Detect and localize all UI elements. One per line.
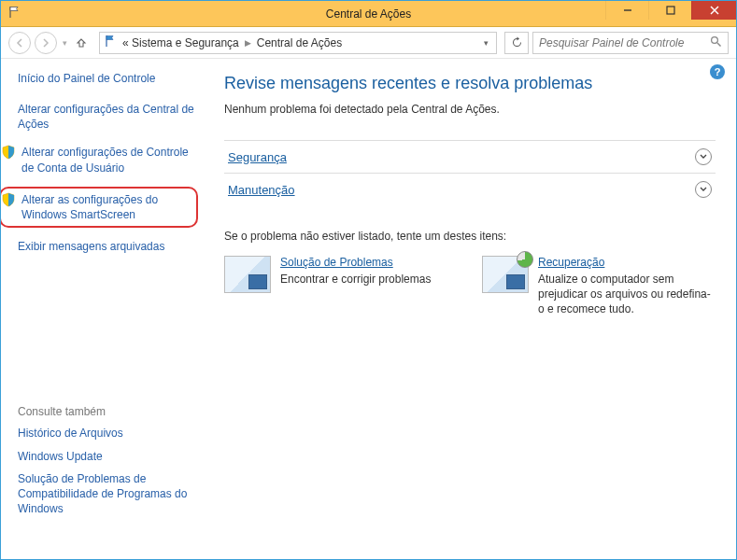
try-heading: Se o problema não estiver listado, tente… — [224, 230, 716, 243]
sidebar-item-archived-messages[interactable]: Exibir mensagens arquivadas — [18, 237, 194, 256]
see-also-link[interactable]: Solução de Problemas de Compatibilidade … — [18, 471, 194, 517]
breadcrumb-separator-icon: ▶ — [245, 38, 251, 48]
section-label: Manutenção — [228, 183, 295, 197]
sidebar-item-smartscreen-settings[interactable]: Alterar as configurações do Windows Smar… — [0, 187, 198, 228]
navbar: ▾ « Sistema e Segurança ▶ Central de Açõ… — [1, 27, 736, 59]
page-heading: Revise mensagens recentes e resolva prob… — [224, 74, 716, 93]
see-also-link[interactable]: Histórico de Arquivos — [18, 426, 194, 441]
card-desc: Encontrar e corrigir problemas — [280, 272, 431, 287]
search-input[interactable] — [539, 36, 710, 49]
history-dropdown-icon[interactable]: ▾ — [63, 38, 67, 48]
shield-icon — [1, 145, 16, 160]
address-dropdown-icon[interactable]: ▾ — [480, 38, 492, 48]
card-recovery: Recuperação Atualize o computador sem pr… — [482, 256, 716, 317]
control-panel-home-link[interactable]: Início do Painel de Controle — [18, 72, 194, 85]
refresh-button[interactable] — [504, 32, 529, 54]
svg-line-5 — [717, 43, 721, 47]
flag-icon — [104, 35, 117, 50]
section-security[interactable]: Segurança — [224, 140, 716, 173]
content: Início do Painel de Controle Alterar con… — [1, 59, 736, 559]
monitor-recovery-icon — [482, 256, 529, 293]
search-icon — [710, 35, 722, 50]
sidebar: Início do Painel de Controle Alterar con… — [1, 59, 204, 559]
see-also-link[interactable]: Windows Update — [18, 449, 194, 464]
sidebar-item-uac-settings[interactable]: Alterar configurações de Controle de Con… — [18, 143, 194, 176]
sidebar-item-label: Alterar as configurações do Windows Smar… — [21, 192, 191, 222]
card-link[interactable]: Solução de Problemas — [280, 256, 393, 269]
minimize-button[interactable] — [605, 1, 648, 20]
cards: Solução de Problemas Encontrar e corrigi… — [224, 256, 716, 317]
section-label: Segurança — [228, 150, 287, 164]
chevron-down-icon[interactable] — [695, 148, 712, 165]
window-buttons — [605, 1, 736, 20]
card-link[interactable]: Recuperação — [538, 256, 604, 269]
help-icon[interactable]: ? — [710, 64, 725, 79]
chevron-down-icon[interactable] — [695, 181, 712, 198]
titlebar: Central de Ações — [1, 1, 736, 27]
see-also: Histórico de Arquivos Windows Update Sol… — [18, 426, 194, 516]
monitor-icon — [224, 256, 271, 293]
back-button[interactable] — [8, 32, 31, 54]
main-panel: ? Revise mensagens recentes e resolva pr… — [204, 59, 736, 559]
breadcrumb-segment[interactable]: « Sistema e Segurança — [122, 36, 239, 49]
card-desc: Atualize o computador sem prejudicar os … — [538, 272, 716, 317]
sidebar-item-label: Alterar configurações de Controle de Con… — [21, 145, 194, 175]
page-subtext: Nenhum problema foi detectado pela Centr… — [224, 103, 716, 116]
sidebar-item-label: Alterar configurações da Central de Açõe… — [18, 102, 194, 132]
card-troubleshooting: Solução de Problemas Encontrar e corrigi… — [224, 256, 458, 317]
breadcrumb-segment[interactable]: Central de Ações — [257, 36, 342, 49]
address-bar[interactable]: « Sistema e Segurança ▶ Central de Ações… — [99, 32, 497, 54]
close-button[interactable] — [691, 1, 736, 20]
maximize-button[interactable] — [648, 1, 691, 20]
up-button[interactable] — [71, 33, 92, 53]
sidebar-item-label: Exibir mensagens arquivadas — [18, 239, 164, 254]
see-also-heading: Consulte também — [18, 405, 194, 418]
sidebar-item-action-center-settings[interactable]: Alterar configurações da Central de Açõe… — [18, 100, 194, 133]
forward-button[interactable] — [35, 32, 57, 54]
svg-rect-1 — [667, 7, 674, 14]
shield-icon — [1, 192, 16, 207]
svg-point-4 — [712, 36, 718, 43]
flag-icon — [8, 6, 21, 21]
section-maintenance[interactable]: Manutenção — [224, 173, 716, 205]
search-box[interactable] — [532, 32, 729, 54]
